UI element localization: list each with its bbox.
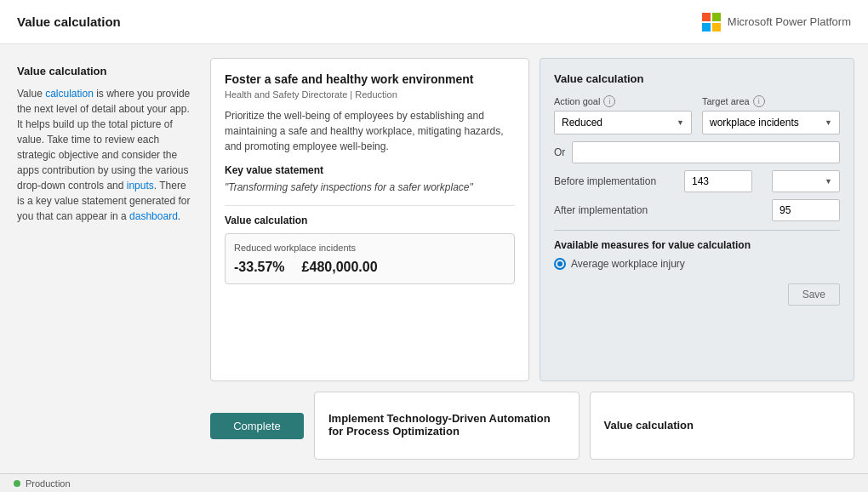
value-numbers: -33.57% £480,000.00	[234, 260, 505, 275]
key-value-text: "Transforming safety inspections for a s…	[225, 181, 515, 193]
amount-value: £480,000.00	[302, 260, 378, 275]
ms-logo-text: Microsoft Power Platform	[728, 15, 851, 28]
sidebar: Value calculation Value calculation is w…	[14, 58, 197, 460]
bottom-card-title: Implement Technology-Driven Automation f…	[328, 412, 565, 438]
complete-button[interactable]: Complete	[210, 413, 304, 439]
footer: Production	[0, 473, 868, 492]
vc-title: Value calculation	[554, 72, 840, 85]
measure-label: Average workplace injury	[571, 258, 685, 270]
main-content: Value calculation Value calculation is w…	[0, 44, 868, 473]
save-button[interactable]: Save	[788, 283, 840, 306]
objective-subtitle: Health and Safety Directorate | Reductio…	[225, 89, 515, 100]
measure-item: Average workplace injury	[554, 258, 840, 270]
status-dot-icon	[14, 480, 20, 487]
sidebar-description: Value calculation is where you provide t…	[17, 86, 193, 224]
after-impl-input[interactable]	[772, 199, 840, 221]
main-objective-card: Foster a safe and healthy work environme…	[210, 58, 529, 381]
measures-label: Available measures for value calculation	[554, 239, 840, 251]
after-impl-label: After implementation	[554, 204, 665, 216]
sidebar-title: Value calculation	[17, 65, 193, 77]
inputs-link[interactable]: inputs	[127, 180, 154, 192]
objective-description: Prioritize the well-being of employees b…	[225, 108, 515, 154]
before-impl-row: Before implementation ▼	[554, 170, 840, 192]
measure-radio[interactable]	[554, 258, 566, 270]
action-goal-label: Action goal i	[554, 95, 692, 107]
target-area-info-icon[interactable]: i	[753, 95, 765, 107]
value-calc-section: Value calculation Reduced workplace inci…	[225, 205, 515, 284]
header-title: Value calculation	[17, 14, 121, 29]
before-impl-chevron-icon: ▼	[825, 177, 832, 186]
key-value-label: Key value statement	[225, 164, 515, 176]
footer-env: Production	[26, 478, 71, 489]
value-calc-panel: Value calculation Action goal i Reduced …	[540, 58, 854, 381]
ms-logo: Microsoft Power Platform	[702, 13, 851, 31]
header: Value calculation Microsoft Power Platfo…	[0, 0, 868, 44]
or-label: Or	[554, 146, 565, 158]
goal-target-row: Action goal i Reduced ▼ Target area i	[554, 95, 840, 134]
bottom-left-card: Implement Technology-Driven Automation f…	[314, 392, 580, 460]
action-goal-select[interactable]: Reduced ▼	[554, 111, 692, 134]
measures-section: Available measures for value calculation…	[554, 230, 840, 270]
before-impl-input[interactable]	[684, 170, 752, 192]
value-box-header: Reduced workplace incidents	[234, 243, 505, 253]
action-goal-chevron-icon: ▼	[677, 118, 684, 127]
action-goal-info-icon[interactable]: i	[603, 95, 615, 107]
calculation-link[interactable]: calculation	[45, 88, 94, 100]
dashboard-link[interactable]: dashboard	[129, 210, 178, 222]
before-impl-label: Before implementation	[554, 175, 665, 187]
value-box: Reduced workplace incidents -33.57% £480…	[225, 233, 515, 284]
target-area-chevron-icon: ▼	[825, 118, 832, 127]
target-area-label: Target area i	[702, 95, 840, 107]
value-calc-label: Value calculation	[225, 215, 515, 226]
action-goal-field: Action goal i Reduced ▼	[554, 95, 692, 134]
after-impl-row: After implementation	[554, 199, 840, 221]
before-impl-select[interactable]: ▼	[772, 170, 840, 192]
radio-inner	[557, 261, 562, 266]
ms-squares-icon	[702, 13, 721, 31]
or-row: Or	[554, 141, 840, 163]
bottom-right-card: Value calculation	[590, 392, 855, 460]
percentage-value: -33.57%	[234, 260, 285, 275]
or-input[interactable]	[572, 141, 840, 163]
target-area-field: Target area i workplace incidents ▼	[702, 95, 840, 134]
bottom-right-card-title: Value calculation	[604, 419, 841, 432]
target-area-select[interactable]: workplace incidents ▼	[702, 111, 840, 134]
content-area: Foster a safe and healthy work environme…	[210, 58, 854, 460]
top-card-row: Foster a safe and healthy work environme…	[210, 58, 854, 381]
objective-title: Foster a safe and healthy work environme…	[225, 72, 515, 86]
bottom-row: Complete Implement Technology-Driven Aut…	[210, 392, 854, 460]
